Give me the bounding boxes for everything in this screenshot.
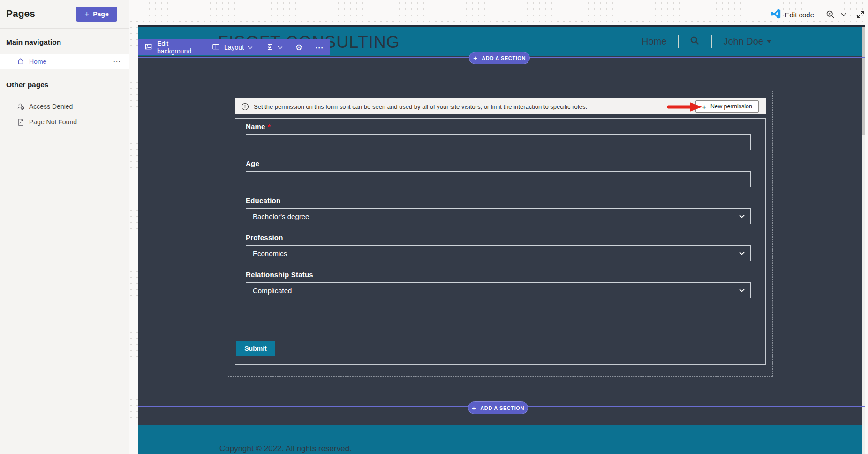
red-arrow-annotation [667, 102, 702, 112]
site-canvas: FISOFT CONSULTING Home John Doe [138, 25, 865, 454]
field-label-text: Age [246, 159, 259, 167]
edit-code-label: Edit code [785, 11, 814, 19]
sidebar-title: Pages [6, 8, 35, 19]
permission-banner-message: Set the permission on this form so it ca… [254, 103, 587, 110]
add-section-label: ADD A SECTION [480, 405, 524, 411]
sidebar-divider [0, 28, 129, 29]
chevron-down-icon [278, 46, 283, 49]
name-input[interactable] [246, 134, 751, 150]
chevron-down-icon[interactable] [841, 13, 846, 16]
sidebar-item-access-denied[interactable]: Access Denied [0, 99, 129, 114]
search-icon[interactable] [690, 36, 700, 48]
selected-value: Economics [253, 250, 287, 257]
form-field-profession: Profession Economics [246, 234, 751, 261]
form-field-name: Name* [246, 122, 751, 150]
gear-icon: ⚙ [295, 44, 302, 52]
add-section-button-bottom[interactable]: + ADD A SECTION [468, 401, 528, 414]
ellipsis-icon: ⋯ [315, 43, 324, 53]
plus-icon: + [473, 54, 477, 62]
main-navigation-heading: Main navigation [6, 38, 61, 46]
new-permission-label: New permission [710, 103, 752, 110]
field-label: Profession [246, 234, 751, 242]
add-section-label: ADD A SECTION [482, 55, 526, 61]
chevron-down-icon [739, 288, 745, 292]
nav-divider [678, 35, 679, 48]
form-footer-divider [235, 339, 765, 339]
person-blocked-icon [16, 102, 25, 111]
sidebar-item-label: Page Not Found [29, 118, 77, 126]
field-label-text: Education [246, 197, 280, 204]
layout-label: Layout [224, 44, 244, 51]
education-select[interactable]: Bachelor's degree [246, 208, 751, 224]
selected-value: Bachelor's degree [253, 212, 309, 220]
add-section-button-top[interactable]: + ADD A SECTION [469, 52, 530, 64]
selected-value: Complicated [253, 287, 292, 295]
sidebar-item-page-not-found[interactable]: Page Not Found [0, 114, 129, 129]
form-widget: Name* Age Education Bachelor's degree [235, 118, 766, 365]
layout-button[interactable]: Layout [205, 39, 259, 55]
pages-sidebar: Pages + Page Main navigation Home ⋯ Othe… [0, 0, 129, 454]
info-icon [241, 103, 249, 111]
chevron-down-icon [248, 46, 253, 49]
new-permission-button[interactable]: + New permission [695, 100, 759, 113]
required-asterisk: * [268, 122, 271, 130]
submit-button[interactable]: Submit [236, 340, 275, 356]
edit-background-button[interactable]: Edit background [138, 39, 205, 55]
caret-down-icon [767, 40, 771, 43]
toolbar-divider [820, 9, 820, 20]
plus-icon: + [472, 404, 476, 412]
sidebar-item-label: Home [29, 58, 46, 65]
site-nav: Home John Doe [642, 27, 771, 56]
form-field-education: Education Bachelor's degree [246, 197, 751, 224]
user-name: John Doe [723, 36, 763, 47]
plus-icon: + [84, 9, 89, 19]
field-label: Name* [246, 122, 751, 130]
nav-home-link[interactable]: Home [642, 36, 666, 47]
scrollbar-thumb[interactable] [862, 27, 865, 135]
field-label: Age [246, 159, 751, 167]
form-fields: Name* Age Education Bachelor's degree [235, 119, 765, 298]
field-label-text: Profession [246, 234, 283, 242]
field-label-text: Name [246, 122, 265, 130]
edit-code-button[interactable]: Edit code [771, 9, 814, 21]
studio-topbar: Edit code [741, 7, 865, 22]
sidebar-item-label: Access Denied [29, 103, 73, 110]
home-icon [16, 57, 25, 66]
edit-background-icon [144, 42, 153, 53]
canvas-scrollbar[interactable] [862, 27, 865, 454]
user-menu[interactable]: John Doe [723, 36, 771, 47]
vscode-icon [771, 9, 781, 21]
spacing-button[interactable] [259, 39, 289, 55]
zoom-icon[interactable] [826, 10, 835, 19]
edit-background-label: Edit background [157, 40, 199, 55]
copyright-text: Copyright © 2022. All rights reserved. [219, 444, 352, 454]
relationship-status-select[interactable]: Complicated [246, 282, 751, 298]
more-options-button[interactable]: ⋯ [309, 39, 330, 55]
page-error-icon [16, 117, 25, 127]
form-field-age: Age [246, 159, 751, 187]
spacing-icon [265, 43, 274, 53]
profession-select[interactable]: Economics [246, 245, 751, 261]
other-pages-heading: Other pages [6, 81, 48, 89]
field-label: Relationship Status [246, 271, 751, 279]
chevron-down-icon [739, 214, 745, 218]
settings-button[interactable]: ⚙ [289, 39, 309, 55]
age-input[interactable] [246, 171, 751, 187]
field-label: Education [246, 197, 751, 204]
section-toolbar: Edit background Layout ⚙ [138, 39, 330, 55]
plus-icon: + [702, 103, 706, 111]
form-field-relationship-status: Relationship Status Complicated [246, 271, 751, 298]
field-label-text: Relationship Status [246, 271, 313, 279]
layout-icon [211, 42, 220, 53]
add-page-button[interactable]: + Page [76, 7, 117, 22]
sidebar-item-home[interactable]: Home ⋯ [0, 54, 129, 69]
add-page-label: Page [93, 10, 108, 18]
more-options-icon[interactable]: ⋯ [113, 57, 121, 66]
page-editor-app: Pages + Page Main navigation Home ⋯ Othe… [0, 0, 868, 454]
chevron-down-icon [739, 251, 745, 255]
expand-icon[interactable] [856, 10, 865, 19]
site-footer: Copyright © 2022. All rights reserved. [138, 425, 865, 454]
nav-divider [711, 35, 712, 48]
